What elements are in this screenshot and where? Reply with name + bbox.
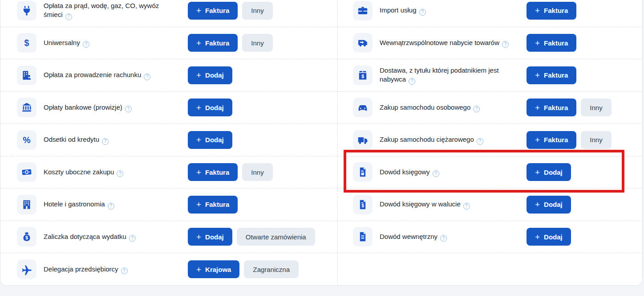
button-label: Dodaj (544, 201, 563, 208)
button-label: Inny (590, 136, 602, 144)
plus-icon: + (196, 168, 201, 177)
document-icon (353, 162, 373, 182)
button-label: Zagraniczna (253, 266, 290, 273)
row-actions: +FakturaInny (188, 34, 273, 52)
plus-icon: + (196, 6, 201, 15)
help-icon[interactable]: ? (65, 13, 72, 20)
button-label: Dodaj (205, 233, 224, 241)
help-icon[interactable]: ? (83, 41, 89, 48)
dodaj-button[interactable]: +Dodaj (527, 196, 571, 214)
help-icon[interactable]: ? (121, 267, 128, 274)
plug-icon (17, 1, 36, 21)
expense-row-zakup-samochodu-osobowego: Zakup samochodu osobowego? +FakturaInny (338, 92, 642, 124)
faktura-button[interactable]: +Faktura (188, 34, 238, 52)
row-actions: +Faktura (527, 34, 576, 52)
otwarte-zamowienia-button[interactable]: Otwarte zamówienia (237, 228, 315, 246)
inny-button[interactable]: Inny (242, 34, 272, 52)
faktura-button[interactable]: +Faktura (188, 2, 238, 20)
column-left: Opłata za prąd, wodę, gaz, CO, wywóz śmi… (0, 0, 337, 286)
faktura-button[interactable]: +Faktura (527, 2, 576, 20)
expense-row-zakup-samochodu-ciezarowego: Zakup samochodu ciężarowego? +FakturaInn… (338, 124, 642, 156)
button-label: Krajowa (205, 266, 231, 273)
row-actions: +FakturaInny (188, 2, 273, 20)
row-actions: +Faktura (188, 196, 238, 214)
faktura-button[interactable]: +Faktura (527, 66, 576, 84)
document-lines-icon (353, 227, 373, 247)
expense-label: Opłaty bankowe (prowizje) (44, 103, 122, 111)
faktura-button[interactable]: +Faktura (188, 163, 238, 181)
expense-label: Dowód księgowy w walucie (380, 200, 461, 208)
button-label: Dodaj (205, 71, 224, 79)
office-building-icon (17, 66, 36, 85)
expense-row-wewnatrzwspolnotowe-nabycie-towarow: Wewnątrzwspólnotowe nabycie towarów? +Fa… (338, 27, 642, 60)
help-icon[interactable]: ? (102, 138, 109, 145)
plus-icon: + (535, 71, 540, 79)
button-label: Faktura (544, 7, 568, 14)
dodaj-button[interactable]: +Dodaj (527, 228, 571, 246)
inny-button[interactable]: Inny (242, 163, 272, 181)
expense-row-dowod-wewnetrzny: Dowód wewnętrzny? +Dodaj (338, 221, 642, 254)
help-icon[interactable]: ? (463, 203, 470, 210)
expense-row-import-uslug: Import usług? +Faktura (338, 0, 642, 27)
help-icon[interactable]: ? (473, 106, 480, 112)
expense-label: Opłata za prąd, wodę, gaz, CO, wywóz śmi… (44, 2, 159, 18)
help-icon[interactable]: ? (108, 203, 114, 210)
help-icon[interactable]: ? (440, 235, 447, 242)
krajowa-button[interactable]: +Krajowa (188, 260, 239, 278)
page-background: Opłata za prąd, wodę, gaz, CO, wywóz śmi… (0, 0, 644, 296)
button-label: Inny (251, 7, 263, 14)
dodaj-button[interactable]: +Dodaj (188, 131, 232, 149)
faktura-button[interactable]: +Faktura (527, 131, 576, 149)
expense-row-zaliczka-dotyczaca-wydatku: $ Zaliczka dotycząca wydatku? +DodajOtwa… (0, 221, 337, 254)
row-actions: +DodajOtwarte zamówienia (188, 228, 315, 246)
expense-row-oplaty-bankowe-prowizje: Opłaty bankowe (prowizje)? +Dodaj (0, 92, 337, 124)
expense-row-oplata-za-prowadzenie-rachunku: Opłata za prowadzenie rachunku? +Dodaj (0, 59, 337, 92)
help-icon[interactable]: ? (477, 138, 483, 145)
row-actions: +Dodaj (527, 196, 571, 214)
help-icon[interactable]: ? (117, 170, 123, 177)
plus-icon: + (196, 71, 201, 79)
row-actions: +Faktura (527, 2, 576, 20)
expense-label: Uniwersalny (44, 39, 80, 46)
expense-row-hotele-i-gastronomia: Hotele i gastronomia? +Faktura (0, 189, 337, 221)
help-icon[interactable]: ? (144, 74, 150, 80)
percent-icon: % (17, 130, 36, 150)
svg-text:$: $ (361, 203, 364, 208)
expense-label: Zaliczka dotycząca wydatku (44, 233, 126, 240)
delivery-truck-icon (353, 33, 373, 53)
help-icon[interactable]: ? (502, 41, 509, 48)
bank-icon (17, 98, 36, 117)
zagraniczna-button[interactable]: Zagraniczna (244, 260, 299, 278)
plus-icon: + (535, 103, 540, 112)
button-label: Faktura (544, 71, 568, 79)
plus-icon: + (196, 39, 201, 47)
dodaj-button[interactable]: +Dodaj (188, 228, 232, 246)
expense-row-dowod-ksiegowy-w-walucie: $ Dowód księgowy w walucie? +Dodaj (338, 189, 642, 221)
plus-icon: + (535, 200, 540, 209)
inny-button[interactable]: Inny (581, 131, 611, 149)
faktura-button[interactable]: +Faktura (527, 34, 576, 52)
car-icon (353, 98, 373, 117)
expense-label: Koszty uboczne zakupu (44, 168, 114, 176)
hotel-icon (17, 195, 36, 214)
help-icon[interactable]: ? (433, 170, 439, 177)
faktura-button[interactable]: +Faktura (527, 99, 576, 116)
expense-label: Zakup samochodu osobowego (380, 103, 470, 111)
button-label: Dodaj (205, 104, 224, 111)
expense-label: Import usług (380, 6, 417, 14)
dodaj-button[interactable]: +Dodaj (527, 163, 571, 181)
inny-button[interactable]: Inny (581, 99, 611, 116)
expense-label: Wewnątrzwspólnotowe nabycie towarów (380, 39, 499, 46)
help-icon[interactable]: ? (409, 78, 415, 85)
faktura-button[interactable]: +Faktura (188, 196, 238, 214)
button-label: Faktura (544, 136, 568, 144)
help-icon[interactable]: ? (129, 235, 136, 242)
expense-label: Hotele i gastronomia (44, 200, 105, 208)
dodaj-button[interactable]: +Dodaj (188, 99, 232, 116)
dollar-icon: $ (17, 33, 36, 53)
help-icon[interactable]: ? (125, 106, 132, 112)
dodaj-button[interactable]: +Dodaj (188, 66, 232, 84)
inny-button[interactable]: Inny (242, 2, 272, 20)
plus-icon: + (535, 6, 540, 15)
help-icon[interactable]: ? (419, 9, 426, 16)
